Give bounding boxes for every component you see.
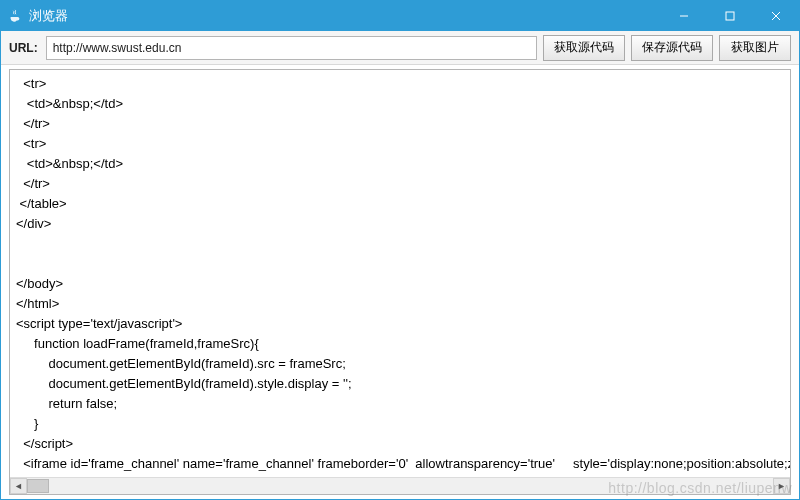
maximize-button[interactable] (707, 1, 753, 31)
close-button[interactable] (753, 1, 799, 31)
get-source-button[interactable]: 获取源代码 (543, 35, 625, 61)
java-cup-icon (7, 8, 23, 24)
app-window: 浏览器 URL: 获取源代码 保存源代码 获取图片 <tr> <td>&nbsp… (0, 0, 800, 500)
scroll-right-arrow-icon[interactable]: ► (773, 478, 790, 494)
url-input[interactable] (46, 36, 537, 60)
scroll-track[interactable] (27, 478, 773, 494)
content-area: <tr> <td>&nbsp;</td> </tr> <tr> <td>&nbs… (1, 65, 799, 499)
titlebar: 浏览器 (1, 1, 799, 31)
toolbar: URL: 获取源代码 保存源代码 获取图片 (1, 31, 799, 65)
window-title: 浏览器 (29, 7, 68, 25)
scroll-left-arrow-icon[interactable]: ◄ (10, 478, 27, 494)
source-code-view[interactable]: <tr> <td>&nbsp;</td> </tr> <tr> <td>&nbs… (10, 70, 790, 477)
scroll-thumb[interactable] (27, 479, 49, 493)
svg-rect-1 (726, 12, 734, 20)
minimize-button[interactable] (661, 1, 707, 31)
horizontal-scrollbar[interactable]: ◄ ► (10, 477, 790, 494)
get-image-button[interactable]: 获取图片 (719, 35, 791, 61)
url-label: URL: (9, 41, 38, 55)
source-textarea[interactable]: <tr> <td>&nbsp;</td> </tr> <tr> <td>&nbs… (9, 69, 791, 495)
save-source-button[interactable]: 保存源代码 (631, 35, 713, 61)
